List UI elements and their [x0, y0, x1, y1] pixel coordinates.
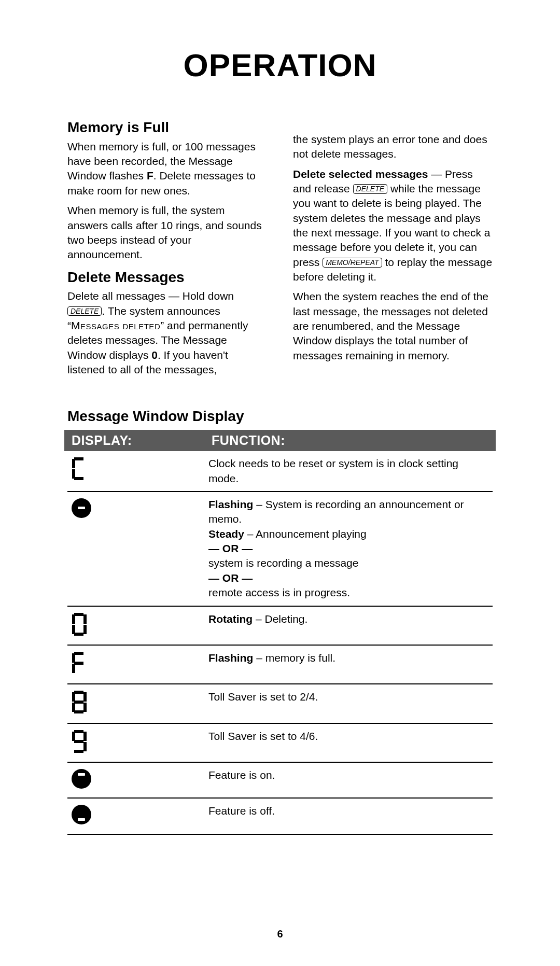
paragraph: the system plays an error tone and does …: [293, 132, 493, 162]
page-title: OPERATION: [67, 47, 493, 83]
table-row: Flashing – System is recording an announ…: [67, 492, 493, 606]
column-right: the system plays an error tone and does …: [293, 115, 493, 382]
table-header-function: FUNCTION:: [212, 433, 488, 448]
text: Delete all messages — Hold down: [67, 290, 234, 302]
text-columns: Memory is Full When memory is full, or 1…: [67, 115, 493, 382]
function-cell: Clock needs to be reset or system is in …: [208, 456, 488, 486]
delete-key-icon: DELETE: [353, 184, 387, 194]
function-line: Feature is on.: [208, 768, 488, 782]
display-cell: [72, 651, 208, 678]
table-row: Clock needs to be reset or system is in …: [67, 451, 493, 492]
heading-memory-full: Memory is Full: [67, 118, 267, 137]
function-line: remote access is in progress.: [208, 585, 488, 600]
paragraph: When the system reaches the end of the l…: [293, 289, 493, 363]
seg-0-icon: [72, 613, 87, 636]
heading-message-window-display: Message Window Display: [67, 408, 493, 425]
dot-mid-icon: [72, 498, 91, 518]
display-cell: [72, 690, 208, 717]
function-line: Flashing – System is recording an announ…: [208, 497, 488, 527]
function-line: — OR —: [208, 571, 488, 585]
display-cell: [72, 497, 208, 522]
table-row: Rotating – Deleting.: [67, 607, 493, 646]
function-cell: Rotating – Deleting.: [208, 612, 488, 626]
function-line: Flashing – memory is full.: [208, 651, 488, 665]
seg-F-icon: [72, 652, 87, 675]
function-line: — OR —: [208, 541, 488, 556]
table-row: Flashing – memory is full.: [67, 646, 493, 684]
table-row: Feature is on.: [67, 763, 493, 799]
function-cell: Toll Saver is set to 2/4.: [208, 690, 488, 704]
bold-letter: F: [147, 170, 153, 181]
function-line: Feature is off.: [208, 804, 488, 818]
paragraph: When memory is full, or 100 messages hav…: [67, 139, 267, 198]
table-row: Toll Saver is set to 2/4.: [67, 684, 493, 723]
delete-key-icon: DELETE: [67, 306, 102, 316]
bold-lead: Delete selected messages: [293, 168, 428, 180]
paragraph: Delete selected messages — Press and rel…: [293, 167, 493, 285]
column-left: Memory is Full When memory is full, or 1…: [67, 115, 267, 382]
table-row: Toll Saver is set to 4/6.: [67, 724, 493, 763]
display-cell: [72, 768, 208, 792]
function-line: Toll Saver is set to 4/6.: [208, 729, 488, 744]
function-line: system is recording a message: [208, 556, 488, 570]
table-header-display: DISPLAY:: [72, 433, 212, 448]
function-cell: Feature is off.: [208, 804, 488, 818]
function-line: Steady – Announcement playing: [208, 527, 488, 541]
paragraph: Delete all messages — Hold down DELETE. …: [67, 289, 267, 377]
table-row: Feature is off.: [67, 799, 493, 834]
display-cell: [72, 456, 208, 484]
page-number: 6: [0, 928, 560, 940]
function-line: Toll Saver is set to 2/4.: [208, 690, 488, 704]
text: while the message you want to delete is …: [293, 183, 491, 268]
heading-delete-messages: Delete Messages: [67, 268, 267, 287]
function-cell: Feature is on.: [208, 768, 488, 782]
paragraph: When memory is full, the system answers …: [67, 203, 267, 262]
function-cell: Toll Saver is set to 4/6.: [208, 729, 488, 744]
seg-9-icon: [72, 730, 87, 753]
dot-bot-icon: [72, 805, 91, 824]
seg-8-icon: [72, 691, 87, 713]
table-header: DISPLAY: FUNCTION:: [64, 430, 496, 451]
memo-repeat-key-icon: MEMO/REPEAT: [323, 258, 382, 268]
dot-top-icon: [72, 769, 91, 789]
seg-C-icon: [72, 457, 87, 480]
function-line: Rotating – Deleting.: [208, 612, 488, 626]
function-cell: Flashing – System is recording an announ…: [208, 497, 488, 600]
bold-zero: 0: [151, 349, 158, 361]
display-cell: [72, 804, 208, 828]
display-cell: [72, 729, 208, 757]
table-body: Clock needs to be reset or system is in …: [67, 451, 493, 834]
function-cell: Flashing – memory is full.: [208, 651, 488, 665]
smallcaps-text: Messages deleted: [71, 319, 160, 331]
display-cell: [72, 612, 208, 639]
function-line: Clock needs to be reset or system is in …: [208, 456, 488, 486]
